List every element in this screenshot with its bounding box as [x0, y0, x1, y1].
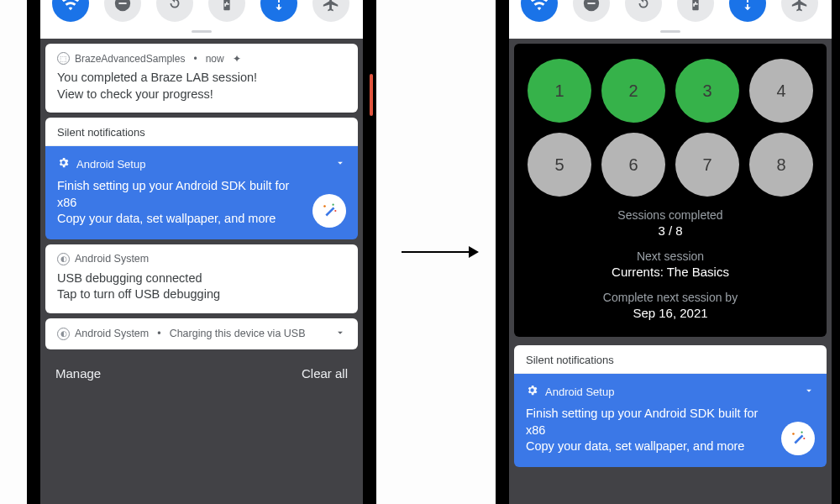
dnd-icon	[582, 0, 601, 13]
shade-footer: Manage Clear all	[40, 354, 363, 389]
silent-section: Silent notifications Android Setup Finis…	[514, 345, 827, 467]
notification-braze[interactable]: ⬚ BrazeAdvancedSamples now ✦ You complet…	[45, 44, 358, 113]
notification-android-setup[interactable]: Android Setup Finish setting up your And…	[514, 374, 827, 467]
qs-tile-airplane[interactable]	[781, 0, 818, 22]
phone-right: 12345678 Sessions completed 3 / 8 Next s…	[502, 0, 838, 504]
rotate-icon	[634, 0, 653, 13]
qs-tile-mobile-data[interactable]	[260, 0, 297, 22]
wifi-icon	[530, 0, 549, 13]
app-name: Android Setup	[76, 158, 145, 171]
notification-shade: ⬚ BrazeAdvancedSamples now ✦ You complet…	[40, 39, 363, 354]
power-button	[370, 74, 373, 116]
quick-settings-bar	[40, 0, 363, 30]
mobile-data-icon	[270, 0, 288, 13]
battery-saver-icon	[218, 0, 236, 13]
separator-dot: •	[157, 328, 160, 339]
qs-tile-dnd[interactable]	[104, 0, 141, 22]
manage-button[interactable]: Manage	[55, 366, 101, 381]
app-icon: ⬚	[57, 52, 70, 65]
android-icon: ◐	[57, 253, 70, 265]
setup-line2: Copy your data, set wallpaper, and more	[526, 439, 744, 453]
qs-tile-battery-saver[interactable]	[208, 0, 245, 22]
session-bubble-1[interactable]: 1	[528, 59, 591, 123]
next-label: Next session	[524, 249, 816, 263]
qs-tile-mobile-data[interactable]	[729, 0, 766, 22]
gear-icon	[57, 156, 70, 171]
app-name: Android System	[75, 253, 149, 265]
notification-title: You completed a Braze LAB session!	[57, 71, 257, 84]
magic-wand-icon[interactable]	[781, 422, 815, 455]
qs-tile-dnd[interactable]	[573, 0, 610, 22]
airplane-icon	[322, 0, 340, 13]
session-bubbles: 12345678	[524, 59, 816, 197]
alerting-icon: ✦	[233, 53, 241, 65]
svg-point-0	[323, 205, 326, 207]
chevron-down-icon[interactable]	[334, 157, 346, 171]
svg-point-1	[332, 203, 333, 205]
wifi-icon	[61, 0, 80, 13]
svg-point-5	[803, 438, 805, 439]
phone-left: ⬚ BrazeAdvancedSamples now ✦ You complet…	[34, 0, 370, 504]
notification-shade: 12345678 Sessions completed 3 / 8 Next s…	[509, 39, 832, 472]
setup-line2: Copy your data, set wallpaper, and more	[57, 212, 276, 225]
setup-line1: Finish setting up your Android SDK built…	[526, 407, 758, 437]
mobile-data-icon	[738, 0, 757, 13]
gear-icon	[526, 384, 538, 399]
due-label: Complete next session by	[524, 291, 816, 304]
chevron-down-icon[interactable]	[334, 327, 346, 341]
qs-tile-wifi[interactable]	[521, 0, 558, 22]
session-bubble-3[interactable]: 3	[675, 59, 739, 123]
silent-label: Silent notifications	[514, 345, 827, 374]
airplane-icon	[790, 0, 809, 13]
transition-arrow	[402, 242, 479, 262]
session-bubble-8[interactable]: 8	[749, 133, 813, 197]
quick-settings-bar	[509, 0, 832, 30]
qs-handle[interactable]	[40, 30, 363, 39]
qs-tile-rotate[interactable]	[625, 0, 662, 22]
session-bubble-6[interactable]: 6	[601, 133, 665, 197]
chevron-down-icon[interactable]	[803, 385, 815, 399]
notification-android-setup[interactable]: Android Setup Finish setting up your And…	[45, 146, 358, 239]
silent-label: Silent notifications	[45, 118, 358, 146]
session-bubble-2[interactable]: 2	[601, 59, 665, 123]
completed-value: 3 / 8	[524, 223, 816, 238]
app-name: BrazeAdvancedSamples	[75, 53, 185, 65]
session-bubble-5[interactable]: 5	[528, 133, 591, 197]
notification-charging[interactable]: ◐ Android System • Charging this device …	[45, 318, 358, 349]
svg-point-2	[334, 210, 336, 212]
due-value: Sep 16, 2021	[524, 306, 816, 320]
screen-left: ⬚ BrazeAdvancedSamples now ✦ You complet…	[40, 0, 363, 504]
svg-point-4	[801, 431, 802, 433]
silent-section: Silent notifications Android Setup Finis…	[45, 118, 358, 239]
qs-handle[interactable]	[509, 30, 832, 39]
qs-tile-battery-saver[interactable]	[677, 0, 714, 22]
notification-usb-debugging[interactable]: ◐ Android System USB debugging connected…	[45, 244, 358, 313]
magic-wand-icon[interactable]	[312, 194, 346, 228]
separator-dot	[190, 53, 200, 65]
app-name: Android Setup	[545, 386, 614, 398]
qs-tile-rotate[interactable]	[156, 0, 193, 22]
usb-line2: Tap to turn off USB debugging	[57, 287, 220, 301]
charging-text: Charging this device via USB	[170, 328, 306, 339]
dnd-icon	[113, 0, 132, 13]
next-value: Currents: The Basics	[524, 265, 816, 279]
qs-tile-airplane[interactable]	[312, 0, 349, 22]
app-name: Android System	[75, 328, 149, 339]
battery-saver-icon	[686, 0, 705, 13]
rotate-icon	[165, 0, 184, 13]
usb-line1: USB debugging connected	[57, 271, 202, 285]
setup-line1: Finish setting up your Android SDK built…	[57, 179, 289, 209]
braze-progress-panel[interactable]: 12345678 Sessions completed 3 / 8 Next s…	[514, 44, 827, 337]
clear-all-button[interactable]: Clear all	[302, 366, 348, 381]
notification-time: now	[206, 53, 224, 65]
session-bubble-7[interactable]: 7	[675, 133, 739, 197]
session-bubble-4[interactable]: 4	[749, 59, 813, 123]
completed-label: Sessions completed	[524, 208, 816, 222]
svg-point-3	[792, 433, 795, 435]
android-icon: ◐	[57, 328, 70, 340]
qs-tile-wifi[interactable]	[52, 0, 89, 22]
screen-right: 12345678 Sessions completed 3 / 8 Next s…	[509, 0, 832, 504]
notification-text: View to check your progress!	[57, 87, 346, 103]
